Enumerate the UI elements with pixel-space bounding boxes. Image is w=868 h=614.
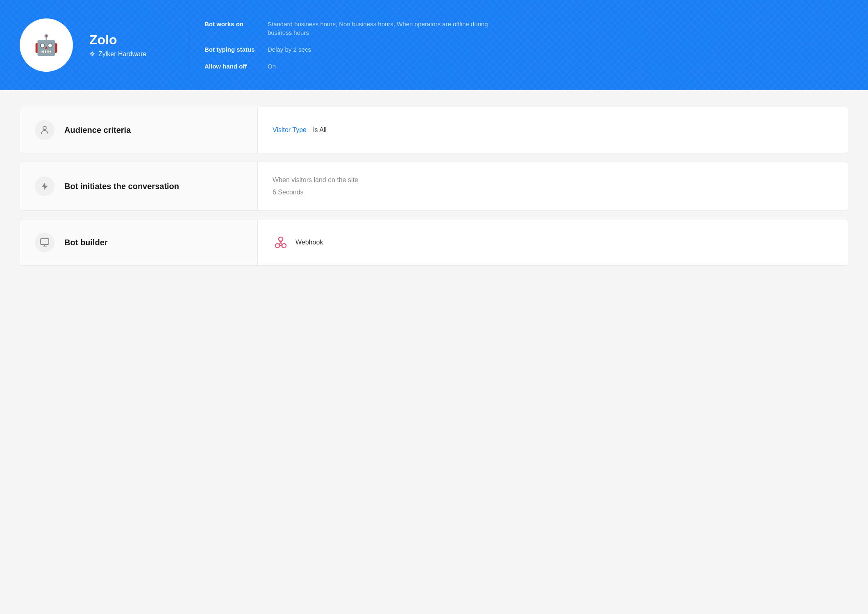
header-divider [188, 21, 188, 70]
bot-works-on-label: Bot works on [205, 20, 258, 28]
allow-handoff-value: On [268, 62, 276, 71]
page-header: 🤖 Zolo ❖ Zylker Hardware Bot works on St… [0, 0, 868, 90]
bot-avatar: 🤖 [20, 18, 73, 72]
bot-works-on-row: Bot works on Standard business hours, No… [205, 20, 489, 37]
bot-typing-row: Bot typing status Delay by 2 secs [205, 45, 489, 54]
bot-initiates-title: Bot initiates the conversation [64, 182, 179, 191]
audience-criteria-title: Audience criteria [64, 126, 131, 135]
main-content: Audience criteria Visitor Type is All Bo… [0, 90, 868, 282]
svg-point-5 [282, 244, 286, 248]
bot-builder-title: Bot builder [64, 238, 108, 247]
bot-initiates-card: Bot initiates the conversation When visi… [20, 162, 848, 211]
bot-name: Zolo [89, 32, 171, 48]
bot-initiates-icon-wrapper [35, 176, 55, 196]
visitor-type-link[interactable]: Visitor Type [273, 126, 307, 134]
webhook-icon [273, 234, 289, 251]
audience-criteria-card: Audience criteria Visitor Type is All [20, 107, 848, 153]
bot-org-label: Zylker Hardware [98, 50, 146, 58]
bot-builder-icon-wrapper [35, 233, 55, 252]
monitor-icon [40, 237, 50, 247]
audience-criteria-icon-wrapper [35, 120, 55, 140]
bot-typing-label: Bot typing status [205, 45, 258, 54]
audience-criteria-right: Visitor Type is All [258, 107, 848, 153]
bot-builder-card: Bot builder Webhook [20, 219, 848, 266]
bot-initiates-right: When visitors land on the site 6 Seconds [258, 162, 848, 210]
svg-point-6 [279, 237, 283, 241]
bot-info: Zolo ❖ Zylker Hardware [89, 32, 171, 58]
allow-handoff-row: Allow hand off On [205, 62, 489, 71]
svg-point-0 [43, 126, 46, 130]
bot-works-on-value: Standard business hours, Non business ho… [268, 20, 489, 37]
bot-typing-value: Delay by 2 secs [268, 45, 311, 54]
trigger-line1: When visitors land on the site [273, 175, 358, 185]
layers-icon: ❖ [89, 50, 95, 58]
bot-initiates-left: Bot initiates the conversation [20, 162, 258, 210]
bot-properties: Bot works on Standard business hours, No… [205, 20, 489, 71]
bot-builder-right: Webhook [258, 219, 848, 265]
allow-handoff-label: Allow hand off [205, 62, 258, 71]
svg-rect-1 [41, 239, 49, 244]
person-icon [40, 125, 50, 135]
bot-initiates-content: When visitors land on the site 6 Seconds [273, 175, 358, 197]
lightning-icon [40, 182, 49, 191]
bot-avatar-emoji: 🤖 [34, 34, 59, 57]
trigger-line2: 6 Seconds [273, 187, 358, 197]
visitor-type-suffix: is All [313, 126, 327, 134]
webhook-label: Webhook [295, 239, 323, 246]
bot-builder-left: Bot builder [20, 219, 258, 265]
audience-criteria-left: Audience criteria [20, 107, 258, 153]
bot-org-row: ❖ Zylker Hardware [89, 50, 171, 58]
